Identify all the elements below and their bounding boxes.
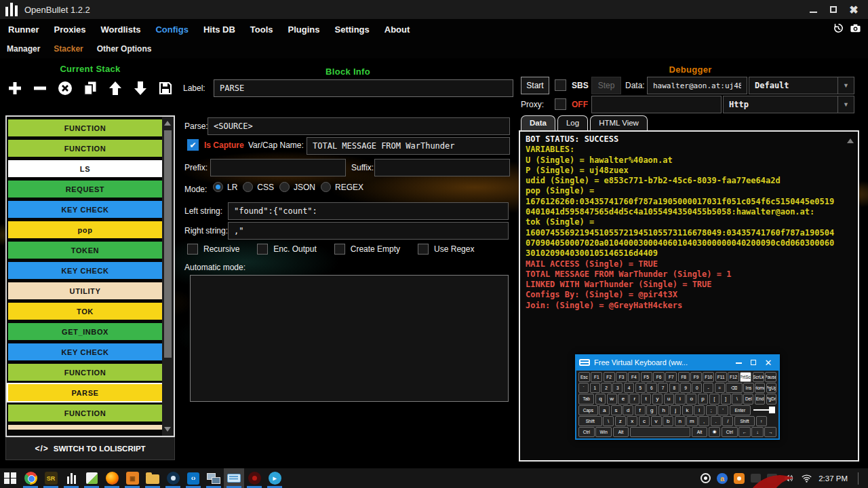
clear-stack-button[interactable] bbox=[57, 80, 73, 96]
debugger-tab-data[interactable]: Data bbox=[521, 115, 555, 130]
key-pause[interactable]: Pause bbox=[765, 372, 776, 382]
key-q[interactable]: q bbox=[595, 394, 606, 404]
stack-block-parse[interactable]: PARSE bbox=[8, 384, 162, 401]
key-n[interactable]: n bbox=[675, 416, 686, 426]
key-8[interactable]: 8 bbox=[669, 383, 679, 393]
vscode-icon[interactable]: ‹› bbox=[183, 468, 203, 488]
notepad-icon[interactable] bbox=[81, 468, 102, 488]
key-1[interactable]: 1 bbox=[590, 383, 600, 393]
mode-radio-regex[interactable]: REGEX bbox=[321, 182, 363, 192]
key-h[interactable]: h bbox=[658, 405, 669, 415]
key-f7[interactable]: F7 bbox=[665, 372, 677, 382]
chrome-icon[interactable] bbox=[20, 468, 41, 488]
wordlist-type-dropdown[interactable]: Default ▼ bbox=[749, 77, 854, 94]
save-config-button[interactable] bbox=[157, 80, 174, 96]
key-x[interactable]: x bbox=[627, 416, 637, 426]
recursive-checkbox[interactable] bbox=[187, 244, 198, 255]
menu-item-about[interactable]: About bbox=[384, 24, 410, 35]
key-0[interactable]: 0 bbox=[692, 383, 702, 393]
key-f9[interactable]: F9 bbox=[690, 372, 702, 382]
virtual-keyboard-icon[interactable] bbox=[224, 468, 244, 488]
key-shift[interactable]: Shift bbox=[734, 416, 755, 426]
key-7[interactable]: 7 bbox=[658, 383, 668, 393]
clone-block-button[interactable] bbox=[82, 80, 98, 96]
start-button[interactable]: Start bbox=[521, 77, 549, 94]
key-win[interactable]: Win bbox=[595, 427, 612, 437]
menu-item-wordlists[interactable]: Wordlists bbox=[100, 24, 140, 35]
key--[interactable]: \ bbox=[732, 394, 742, 404]
remove-block-button[interactable] bbox=[32, 80, 48, 96]
maximize-button[interactable] bbox=[746, 358, 761, 367]
mode-radio-lr[interactable]: LR bbox=[213, 182, 237, 192]
key--[interactable]: ◉ bbox=[709, 427, 721, 437]
key-u[interactable]: u bbox=[664, 394, 674, 404]
key-f12[interactable]: F12 bbox=[728, 372, 739, 382]
use-regex-checkbox[interactable] bbox=[418, 244, 429, 255]
stack-block-key-check[interactable]: KEY CHECK bbox=[8, 201, 162, 218]
key-del[interactable]: Del bbox=[743, 394, 753, 404]
stack-block-key-check[interactable]: KEY CHECK bbox=[8, 262, 162, 279]
key-i[interactable]: i bbox=[675, 394, 685, 404]
key-ctrl[interactable]: Ctrl bbox=[578, 427, 595, 437]
close-button[interactable]: ✕ bbox=[761, 358, 776, 368]
key-l[interactable]: l bbox=[694, 405, 705, 415]
key-s[interactable]: s bbox=[611, 405, 622, 415]
key-f2[interactable]: F2 bbox=[604, 372, 615, 382]
key--[interactable]: ; bbox=[706, 405, 717, 415]
prefix-input[interactable] bbox=[210, 159, 346, 176]
move-down-button[interactable] bbox=[132, 80, 149, 96]
debugger-data-input[interactable] bbox=[647, 77, 747, 94]
scrollbar-thumb[interactable] bbox=[164, 130, 172, 358]
key-pgdn[interactable]: PgDn bbox=[766, 394, 776, 404]
mode-radio-json[interactable]: JSON bbox=[279, 182, 315, 192]
key-b[interactable]: b bbox=[663, 416, 673, 426]
key-f11[interactable]: F11 bbox=[715, 372, 727, 382]
debugger-tab-html-view[interactable]: HTML View bbox=[590, 115, 648, 130]
remote-desktop-icon[interactable] bbox=[203, 468, 224, 488]
key-c[interactable]: c bbox=[639, 416, 650, 426]
key--[interactable]: ' bbox=[717, 405, 728, 415]
switch-to-loliscript-button[interactable]: </> SWITCH TO LOLISCRIPT bbox=[5, 437, 175, 460]
key-z[interactable]: z bbox=[615, 416, 626, 426]
key-e[interactable]: e bbox=[618, 394, 628, 404]
history-icon[interactable] bbox=[833, 22, 844, 37]
start-button[interactable] bbox=[0, 468, 20, 488]
key-2[interactable]: 2 bbox=[601, 383, 611, 393]
sr-app-icon[interactable]: SR bbox=[41, 468, 61, 488]
key-v[interactable]: v bbox=[651, 416, 662, 426]
key--[interactable]: ← bbox=[738, 427, 751, 437]
key-m[interactable]: m bbox=[686, 416, 697, 426]
key-g[interactable]: g bbox=[646, 405, 657, 415]
menu-item-tools[interactable]: Tools bbox=[250, 24, 273, 35]
key-esc[interactable]: Esc bbox=[578, 372, 590, 382]
emulator-icon[interactable]: ▣ bbox=[122, 468, 142, 488]
stack-block-tok[interactable]: TOK bbox=[8, 303, 162, 320]
key-prtscr[interactable]: PrtScr bbox=[740, 372, 751, 382]
menu-item-configs[interactable]: Configs bbox=[155, 24, 188, 35]
create-empty-checkbox[interactable] bbox=[334, 244, 345, 255]
suffix-input[interactable] bbox=[374, 159, 510, 176]
key--[interactable]: , bbox=[698, 416, 709, 426]
move-up-button[interactable] bbox=[107, 80, 123, 96]
key-f[interactable]: f bbox=[635, 405, 646, 415]
key-f5[interactable]: F5 bbox=[641, 372, 652, 382]
submenu-item-manager[interactable]: Manager bbox=[7, 44, 40, 54]
key-tab[interactable]: Tab bbox=[578, 394, 594, 404]
key--[interactable]: / bbox=[722, 416, 733, 426]
stack-block-utility[interactable]: UTILITY bbox=[8, 282, 162, 299]
key-space[interactable] bbox=[630, 427, 690, 437]
scroll-down-icon[interactable] bbox=[164, 427, 171, 432]
key-f10[interactable]: F10 bbox=[703, 372, 714, 382]
left-string-input[interactable] bbox=[228, 202, 509, 220]
key--[interactable]: ` bbox=[578, 383, 589, 393]
key-f6[interactable]: F6 bbox=[653, 372, 665, 382]
stack-block-request[interactable]: REQUEST bbox=[8, 181, 162, 198]
steam-icon[interactable] bbox=[163, 468, 183, 488]
stack-block-ls[interactable]: LS bbox=[8, 160, 162, 177]
key-pgup[interactable]: PgUp bbox=[766, 383, 776, 393]
keyboard-title-bar[interactable]: Free Virtual Keyboard (ww... ✕ bbox=[575, 354, 780, 371]
proxy-checkbox[interactable] bbox=[555, 98, 566, 110]
key-t[interactable]: t bbox=[641, 394, 651, 404]
openbullet-icon[interactable] bbox=[61, 468, 81, 488]
close-button[interactable]: ✖ bbox=[845, 3, 863, 16]
